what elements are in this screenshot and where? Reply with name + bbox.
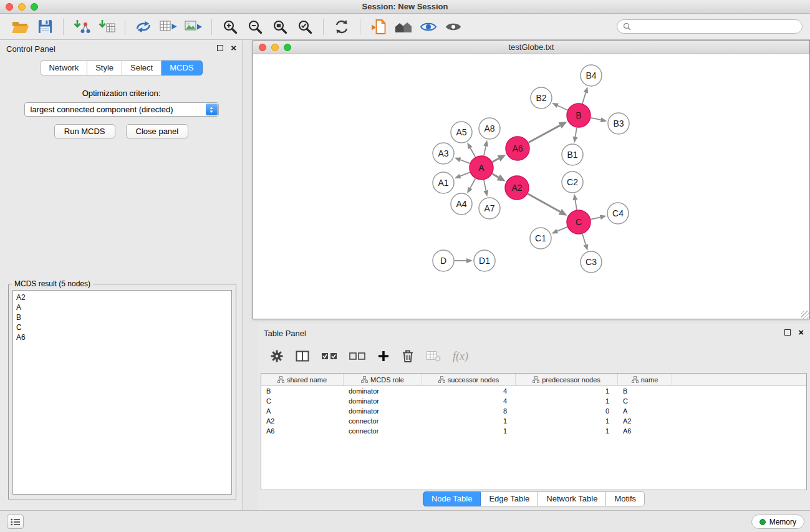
network-canvas[interactable]: B4B2BB3A5A8A6A3AB1A1A2C2A4A7C4CC1DD1C3 <box>253 54 809 319</box>
graph-node-D1[interactable]: D1 <box>474 250 495 271</box>
graph-node-A7[interactable]: A7 <box>479 198 500 219</box>
tab-mcds[interactable]: MCDS <box>162 60 202 75</box>
graph-node-A4[interactable]: A4 <box>451 193 472 215</box>
graph-node-D[interactable]: D <box>433 250 454 271</box>
table-tab-network-table[interactable]: Network Table <box>538 491 606 506</box>
graph-edge-C-C1[interactable] <box>551 227 567 234</box>
import-table-button[interactable] <box>94 16 119 37</box>
task-history-button[interactable] <box>7 515 24 529</box>
zoom-fit-button[interactable] <box>268 16 292 37</box>
graph-edge-B-B3[interactable] <box>591 117 607 122</box>
mcds-result-item[interactable]: B <box>16 312 228 322</box>
zoom-selected-button[interactable] <box>292 16 317 37</box>
resize-grip[interactable] <box>801 311 809 319</box>
graph-edge-A-A5[interactable] <box>467 143 475 157</box>
float-panel-icon[interactable] <box>784 329 791 336</box>
close-panel-button[interactable]: Close panel <box>126 124 189 138</box>
graph-edge-B-B4[interactable] <box>582 87 588 104</box>
graph-edge-A6-B[interactable] <box>529 122 567 142</box>
criterion-dropdown[interactable]: largest connected component (directed) ▲… <box>24 102 219 117</box>
graph-node-A6[interactable]: A6 <box>506 137 529 160</box>
column-header-predecessor-nodes[interactable]: predecessor nodes <box>516 374 618 385</box>
mcds-result-item[interactable]: C <box>16 322 228 332</box>
tab-select[interactable]: Select <box>122 60 162 75</box>
delete-table-button[interactable] <box>426 350 441 362</box>
zoom-out-button[interactable] <box>243 16 268 37</box>
export-table-button[interactable] <box>156 16 181 37</box>
graph-edge-A-A2[interactable] <box>492 174 505 181</box>
export-image-button[interactable] <box>181 16 206 37</box>
column-selector-button[interactable] <box>296 350 309 362</box>
graph-edge-A-A3[interactable] <box>455 157 470 163</box>
graph-edge-B-B1[interactable] <box>573 128 578 143</box>
graph-edge-A-A4[interactable] <box>467 179 475 194</box>
home-view-button[interactable] <box>391 16 416 37</box>
network-share-button[interactable] <box>131 16 156 37</box>
search-box[interactable] <box>617 19 803 34</box>
table-tab-motifs[interactable]: Motifs <box>606 491 645 506</box>
export-document-button[interactable] <box>366 16 391 37</box>
float-panel-icon[interactable] <box>217 45 223 51</box>
zoom-in-button[interactable] <box>218 16 243 37</box>
refresh-view-button[interactable] <box>329 16 354 37</box>
graph-node-B3[interactable]: B3 <box>608 113 629 134</box>
table-row[interactable]: Cdominator41C <box>261 396 806 406</box>
close-panel-icon[interactable]: × <box>798 329 804 336</box>
function-builder-button[interactable]: f(x) <box>453 350 468 363</box>
graph-edge-C-C3[interactable] <box>582 234 588 251</box>
save-session-button[interactable] <box>32 16 57 37</box>
select-all-button[interactable] <box>321 351 337 361</box>
mcds-result-item[interactable]: A <box>16 302 228 312</box>
graph-node-A5[interactable]: A5 <box>451 122 472 143</box>
close-window-button[interactable] <box>6 3 13 11</box>
graph-node-C3[interactable]: C3 <box>581 251 602 273</box>
graph-node-C1[interactable]: C1 <box>530 228 551 249</box>
graph-node-A3[interactable]: A3 <box>433 143 454 164</box>
network-close-button[interactable] <box>259 44 266 51</box>
column-header-MCDS-role[interactable]: MCDS role <box>344 374 422 385</box>
table-tab-edge-table[interactable]: Edge Table <box>481 491 538 506</box>
open-file-button[interactable] <box>7 16 32 37</box>
graph-node-C[interactable]: C <box>567 210 591 234</box>
minimize-window-button[interactable] <box>18 3 26 11</box>
graph-node-C4[interactable]: C4 <box>607 203 629 224</box>
graph-edge-D-D1[interactable] <box>455 258 473 263</box>
mcds-result-item[interactable]: A6 <box>16 332 228 342</box>
graph-node-A1[interactable]: A1 <box>433 172 454 193</box>
graph-edge-A2-C[interactable] <box>528 194 567 216</box>
graph-edge-A-A1[interactable] <box>455 172 470 178</box>
table-settings-button[interactable] <box>270 349 284 363</box>
zoom-window-button[interactable] <box>31 3 38 11</box>
column-header-successor-nodes[interactable]: successor nodes <box>422 374 516 385</box>
search-input[interactable] <box>634 22 796 31</box>
deselect-all-button[interactable] <box>349 351 365 361</box>
table-row[interactable]: Adominator80A <box>261 406 806 416</box>
add-row-button[interactable] <box>377 350 390 362</box>
graph-node-C2[interactable]: C2 <box>562 172 583 193</box>
graph-edge-C-C4[interactable] <box>591 215 607 220</box>
network-graph[interactable]: B4B2BB3A5A8A6A3AB1A1A2C2A4A7C4CC1DD1C3 <box>253 54 809 319</box>
graph-node-A8[interactable]: A8 <box>479 118 500 139</box>
column-header-shared-name[interactable]: shared name <box>261 374 344 385</box>
graph-edge-A-A8[interactable] <box>483 140 488 156</box>
graph-node-A2[interactable]: A2 <box>505 176 529 200</box>
graph-node-B1[interactable]: B1 <box>562 144 583 165</box>
network-zoom-button[interactable] <box>284 44 291 51</box>
style-eye-button[interactable] <box>416 16 441 37</box>
graph-node-B2[interactable]: B2 <box>531 87 552 109</box>
graph-edge-B-B2[interactable] <box>552 103 567 110</box>
network-minimize-button[interactable] <box>271 44 279 51</box>
close-panel-icon[interactable]: × <box>231 44 236 52</box>
visibility-eye-button[interactable] <box>441 16 466 37</box>
table-row[interactable]: Bdominator41B <box>261 386 806 396</box>
graph-edge-A-A7[interactable] <box>483 180 488 197</box>
table-row[interactable]: A2connector11A2 <box>261 416 806 426</box>
delete-row-button[interactable] <box>402 349 414 363</box>
tab-network[interactable]: Network <box>40 60 87 75</box>
tab-style[interactable]: Style <box>87 60 122 75</box>
graph-node-B[interactable]: B <box>567 104 591 127</box>
graph-node-B4[interactable]: B4 <box>581 65 602 86</box>
graph-node-A[interactable]: A <box>470 156 493 180</box>
import-network-button[interactable] <box>69 16 94 37</box>
table-row[interactable]: A6connector11A6 <box>261 426 806 436</box>
